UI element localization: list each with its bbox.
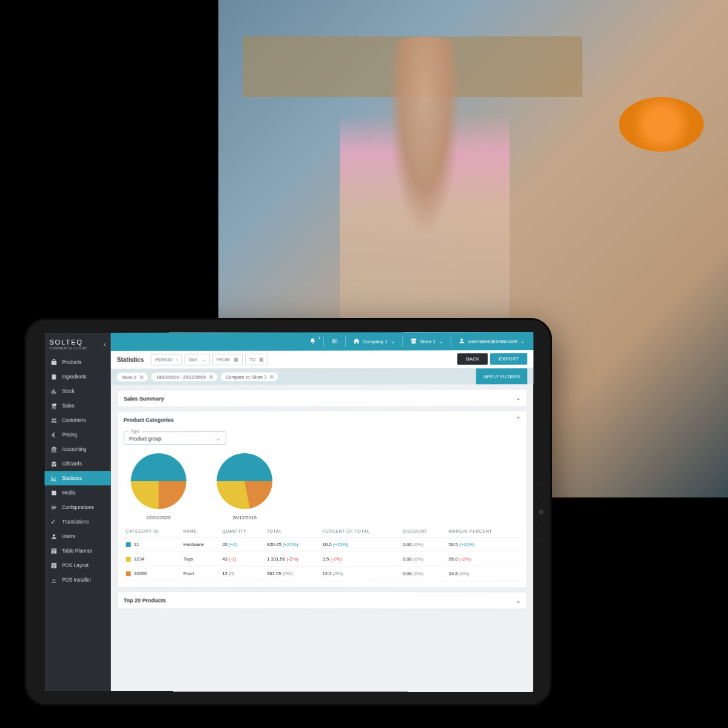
sidebar-item-translations[interactable]: Translations (45, 514, 111, 529)
back-button[interactable]: BACK (457, 353, 488, 365)
sidebar-item-statistics[interactable]: Statistics (45, 471, 111, 485)
sidebar-item-pos-layout[interactable]: POS Layout (45, 558, 111, 573)
apply-filters-button[interactable]: APPLY FILTERS (476, 368, 527, 384)
content: Sales Summary ⌄ Product Categories ⌃ Typ… (111, 384, 534, 692)
sliders-icon (50, 504, 57, 511)
filter-chip-store[interactable]: Store 2 ⊗ (117, 372, 148, 381)
sidebar-item-stock[interactable]: Stock (45, 384, 111, 399)
chevron-down-icon: ⌄ (516, 597, 521, 604)
sidebar-item-sales[interactable]: Sales (45, 398, 111, 413)
table-row[interactable]: 1234Toys43 (-1)1 331.58 (-2%)3.5 (-2%)0.… (124, 551, 521, 566)
euro-icon (50, 431, 57, 438)
sidebar-item-label: Giftcards (62, 461, 82, 467)
barcode-button[interactable] (329, 337, 340, 345)
sidebar-header: SOLTEQ COMMERCE CLOUD ‹ (45, 333, 111, 355)
pie-2-label: 26/12/2019 (232, 515, 257, 521)
sidebar-nav: ProductsIngredientsStockSalesCustomersPr… (45, 355, 111, 587)
gift-icon (50, 460, 57, 467)
sidebar-item-pricing[interactable]: Pricing (45, 427, 111, 442)
notifications-button[interactable]: 3 (307, 337, 318, 345)
chevron-down-icon: ⌄ (216, 436, 221, 442)
sidebar-item-users[interactable]: Users (45, 529, 111, 544)
calendar-icon: ▦ (259, 357, 264, 362)
sidebar-item-label: POS Installer (62, 577, 91, 582)
sidebar-item-label: Table Planner (62, 548, 92, 553)
sidebar-item-configurations[interactable]: Configurations (45, 500, 111, 514)
chip-label: Compare to: Store 3 (226, 374, 266, 380)
recipe-icon (50, 373, 57, 380)
pie-1-label: 02/01/2020 (146, 515, 170, 521)
sidebar-item-label: Pricing (62, 432, 77, 437)
chevron-down-icon: ⌄ (201, 357, 206, 362)
to-field[interactable]: TO ▦ (245, 354, 268, 365)
sidebar-item-label: Configurations (62, 505, 93, 510)
product-categories-header[interactable]: Product Categories ⌃ (118, 411, 527, 428)
product-categories-card: Product Categories ⌃ Type Product group … (117, 410, 528, 588)
sales-summary-header[interactable]: Sales Summary ⌄ (118, 389, 527, 406)
chevron-down-icon: ⌄ (521, 339, 525, 344)
day-field[interactable]: DAY ⌄ (184, 354, 210, 365)
table-row[interactable]: 11Hardware20 (+2)820.45 (+21%)10.0 (+21%… (124, 537, 521, 551)
bank-icon (50, 446, 57, 453)
notif-badge: 3 (318, 335, 320, 339)
filter-chip-daterange[interactable]: 18/12/2019 - 23/12/2019 ⊗ (152, 372, 217, 381)
from-label: FROM (217, 357, 230, 362)
sidebar-item-customers[interactable]: Customers (45, 413, 111, 427)
sidebar-item-label: Products (62, 359, 81, 365)
sidebar-item-label: Stock (62, 388, 74, 394)
sidebar-item-label: Ingredients (62, 374, 86, 379)
filter-chip-compare[interactable]: Compare to: Store 3 ⊗ (221, 372, 278, 381)
color-swatch (126, 571, 131, 576)
sidebar-item-label: Statistics (62, 476, 82, 481)
user-icon (458, 337, 465, 345)
media-icon (50, 490, 57, 496)
tablet-camera (539, 510, 544, 514)
day-label: DAY (189, 357, 198, 362)
user-menu[interactable]: Username@email.com ⌄ (456, 337, 527, 345)
from-field[interactable]: FROM ▦ (212, 354, 243, 365)
type-select[interactable]: Type Product group ⌄ (124, 431, 226, 445)
period-field[interactable]: PERIOD › (151, 354, 182, 365)
collapse-icon[interactable]: ‹ (104, 340, 106, 349)
product-categories-body: Type Product group ⌄ 02/01/2020 (118, 428, 527, 588)
building-icon (353, 337, 360, 345)
user-icon (50, 533, 57, 539)
sidebar-item-table-planner[interactable]: Table Planner (45, 544, 111, 558)
company-label: Company 1 (363, 339, 388, 344)
store-icon (410, 337, 417, 345)
pie-chart-icon (217, 453, 272, 509)
close-icon[interactable]: ⊗ (269, 374, 274, 380)
tablet-frame: SOLTEQ COMMERCE CLOUD ‹ ProductsIngredie… (24, 318, 552, 706)
section-title: Sales Summary (124, 396, 164, 402)
chevron-down-icon: ⌄ (439, 339, 443, 344)
top20-header[interactable]: Top 20 Products ⌄ (118, 592, 527, 609)
sidebar-item-media[interactable]: Media (45, 485, 111, 500)
sidebar-item-label: POS Layout (62, 562, 89, 568)
people-icon (50, 417, 57, 423)
pie-2: 26/12/2019 (217, 453, 272, 521)
chip-label: Store 2 (122, 374, 136, 380)
close-icon[interactable]: ⊗ (140, 374, 144, 380)
sidebar-item-ingredients[interactable]: Ingredients (45, 369, 111, 384)
main: 3 Company 1 ⌄ (111, 332, 534, 692)
sidebar-item-label: Translations (62, 519, 89, 524)
page-title: Statistics (117, 357, 144, 363)
app-screen: SOLTEQ COMMERCE CLOUD ‹ ProductsIngredie… (45, 332, 534, 692)
close-icon[interactable]: ⊗ (209, 374, 214, 380)
chevron-up-icon: ⌃ (516, 416, 521, 422)
pie-charts: 02/01/2020 26/12/2019 (124, 451, 521, 525)
sidebar-item-giftcards[interactable]: Giftcards (45, 456, 111, 471)
sidebar-item-pos-installer[interactable]: POS Installer (45, 573, 111, 587)
sidebar-item-accounting[interactable]: Accounting (45, 442, 111, 456)
filter-bar: Statistics PERIOD › DAY ⌄ FROM ▦ TO ▦ (111, 350, 534, 369)
col-disc: DISCOUNT (400, 525, 447, 538)
col-category: CATEGORY ID (124, 525, 181, 537)
sidebar-item-products[interactable]: Products (45, 355, 111, 369)
export-button[interactable]: EXPORT (490, 353, 527, 365)
store-selector[interactable]: Store 1 ⌄ (408, 337, 445, 345)
company-selector[interactable]: Company 1 ⌄ (351, 337, 397, 345)
bag-icon (50, 359, 57, 365)
sales-summary-card: Sales Summary ⌄ (117, 389, 528, 407)
table-row[interactable]: 10000Food12 (0)361.55 (0%)12.5 (0%)0.00 … (124, 566, 521, 581)
type-label: Type (129, 429, 141, 433)
